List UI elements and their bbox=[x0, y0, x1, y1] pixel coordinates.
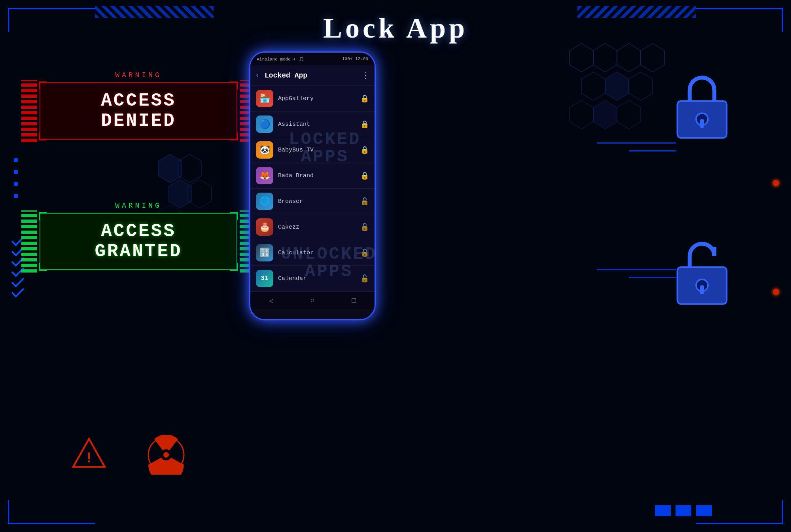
corner-decoration-tr bbox=[696, 8, 783, 32]
app-name-bada: Bada Brand bbox=[278, 172, 356, 179]
app-name-assistant: Assistant bbox=[278, 121, 356, 128]
app-icon-calculator: 🔢 bbox=[256, 244, 273, 261]
bracket-bl-g bbox=[39, 263, 47, 271]
menu-dots-button[interactable]: ⋮ bbox=[362, 70, 370, 80]
svg-point-20 bbox=[163, 452, 169, 458]
svg-marker-0 bbox=[570, 44, 593, 72]
bracket-tl bbox=[39, 81, 47, 89]
app-icon-assistant: 🔵 bbox=[256, 115, 273, 133]
bottom-squares bbox=[655, 505, 712, 516]
lock-toggle-babybus[interactable]: 🔒 bbox=[360, 146, 369, 154]
list-item[interactable]: 🎂 Cakezz 🔓 bbox=[250, 214, 375, 240]
svg-marker-3 bbox=[641, 44, 664, 72]
corner-decoration-bl bbox=[8, 500, 95, 524]
list-item[interactable]: 🐼 BabyBus TV 🔒 bbox=[250, 137, 375, 163]
svg-marker-7 bbox=[570, 100, 593, 129]
list-item[interactable]: 🌐 Browser 🔓 bbox=[250, 189, 375, 214]
svg-marker-6 bbox=[629, 72, 653, 100]
warning-label-denied: WARNING bbox=[40, 71, 237, 79]
page-title: Lock App bbox=[323, 12, 468, 45]
nav-recent-button[interactable]: □ bbox=[352, 297, 356, 305]
phone-outer: Airplane mode ✈ 🎵 100+ 12:09 ‹ Locked Ap… bbox=[249, 51, 376, 320]
bracket-tr-g bbox=[230, 212, 238, 220]
app-name-babybus: BabyBus TV bbox=[278, 147, 356, 153]
svg-rect-26 bbox=[700, 285, 704, 294]
warning-triangle-icon: ! bbox=[71, 437, 107, 469]
lock-toggle-bada[interactable]: 🔒 bbox=[360, 171, 369, 180]
app-icon-bada: 🦊 bbox=[256, 167, 273, 184]
stripe-decoration-tl bbox=[95, 6, 214, 18]
stripe-decoration-tr bbox=[577, 6, 696, 18]
status-left: Airplane mode ✈ 🎵 bbox=[257, 57, 304, 62]
app-icon-browser: 🌐 bbox=[256, 193, 273, 210]
svg-marker-1 bbox=[593, 44, 617, 72]
bottom-square-1 bbox=[655, 505, 671, 516]
bracket-tr bbox=[230, 81, 238, 89]
phone-mockup: Airplane mode ✈ 🎵 100+ 12:09 ‹ Locked Ap… bbox=[249, 51, 376, 320]
list-item[interactable]: 🏪 AppGallery 🔒 bbox=[250, 86, 375, 112]
status-bar: Airplane mode ✈ 🎵 100+ 12:09 bbox=[250, 53, 375, 65]
hline-right-1 bbox=[597, 142, 676, 144]
app-header-title: Locked App bbox=[265, 72, 357, 80]
lock-toggle-calendar[interactable]: 🔓 bbox=[360, 274, 369, 283]
bracket-br-g bbox=[230, 263, 238, 271]
nav-bar: ◁ ○ □ bbox=[250, 292, 375, 309]
lock-toggle-calculator[interactable]: 🔓 bbox=[360, 248, 369, 257]
lock-toggle-appgallery[interactable]: 🔒 bbox=[360, 94, 369, 103]
unlocked-padlock-icon bbox=[672, 237, 732, 301]
lock-toggle-cakezz[interactable]: 🔓 bbox=[360, 223, 369, 231]
access-granted-box: ACCESSGRANTED bbox=[40, 213, 237, 270]
svg-marker-8 bbox=[593, 100, 617, 129]
list-item[interactable]: 31 Calendar 🔓 bbox=[250, 266, 375, 292]
hline-right-4 bbox=[629, 277, 676, 278]
warning-label-granted: WARNING bbox=[40, 202, 237, 210]
app-icon-calendar: 31 bbox=[256, 270, 273, 287]
back-button[interactable]: ‹ bbox=[255, 71, 260, 80]
right-dot-1 bbox=[773, 180, 779, 186]
app-list: 🏪 AppGallery 🔒 🔵 Assistant 🔒 🐼 BabyBus T… bbox=[250, 86, 375, 292]
list-item[interactable]: 🔵 Assistant 🔒 bbox=[250, 112, 375, 137]
svg-marker-4 bbox=[581, 72, 605, 100]
app-icon-appgallery: 🏪 bbox=[256, 90, 273, 107]
access-denied-container: WARNING ACCESSDENIED bbox=[40, 71, 237, 140]
svg-rect-23 bbox=[700, 119, 704, 128]
bottom-square-2 bbox=[676, 505, 691, 516]
bracket-bl bbox=[39, 133, 47, 140]
svg-marker-5 bbox=[605, 72, 629, 100]
app-icon-cakezz: 🎂 bbox=[256, 218, 273, 236]
app-name-calculator: Calculator bbox=[278, 250, 356, 256]
status-left-text: Airplane mode ✈ 🎵 bbox=[257, 57, 304, 62]
status-right-text: 100+ 12:09 bbox=[342, 57, 368, 61]
app-name-appgallery: AppGallery bbox=[278, 95, 356, 102]
bracket-br bbox=[230, 133, 238, 140]
svg-marker-2 bbox=[617, 44, 641, 72]
nav-back-button[interactable]: ◁ bbox=[269, 296, 273, 305]
app-name-cakezz: Cakezz bbox=[278, 224, 356, 231]
access-denied-box: ACCESSDENIED bbox=[40, 82, 237, 140]
svg-marker-9 bbox=[617, 100, 641, 129]
access-denied-text: ACCESSDENIED bbox=[56, 91, 221, 131]
locked-padlock-icon bbox=[672, 71, 732, 134]
bracket-tl-g bbox=[39, 212, 47, 220]
svg-text:!: ! bbox=[85, 450, 93, 467]
access-granted-text: ACCESSGRANTED bbox=[56, 222, 221, 261]
hline-right-3 bbox=[597, 269, 676, 270]
nav-home-button[interactable]: ○ bbox=[310, 297, 315, 305]
corner-decoration-tl bbox=[8, 8, 95, 32]
app-header: ‹ Locked App ⋮ bbox=[250, 65, 375, 86]
list-item[interactable]: 🔢 Calculator 🔓 bbox=[250, 240, 375, 266]
app-name-browser: Browser bbox=[278, 198, 356, 205]
access-granted-container: WARNING ACCESSGRANTED bbox=[40, 202, 237, 270]
right-dot-2 bbox=[773, 289, 779, 295]
status-right: 100+ 12:09 bbox=[342, 57, 368, 61]
bottom-square-3 bbox=[696, 505, 712, 516]
hline-right-2 bbox=[629, 150, 676, 151]
radiation-icon bbox=[146, 435, 186, 475]
lock-toggle-assistant[interactable]: 🔒 bbox=[360, 120, 369, 129]
left-dot-decoration bbox=[14, 158, 18, 198]
hex-pattern-right bbox=[562, 40, 672, 158]
list-item[interactable]: 🦊 Bada Brand 🔒 bbox=[250, 163, 375, 189]
app-name-calendar: Calendar bbox=[278, 275, 356, 282]
lock-toggle-browser[interactable]: 🔓 bbox=[360, 197, 369, 206]
app-icon-babybus: 🐼 bbox=[256, 141, 273, 159]
